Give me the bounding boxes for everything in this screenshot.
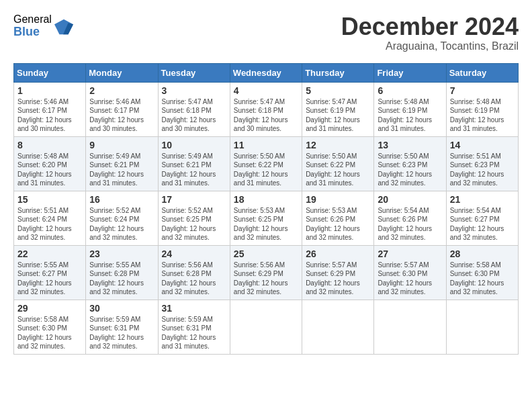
calendar-day-cell: 2Sunrise: 5:46 AMSunset: 6:17 PMDaylight… <box>86 82 158 136</box>
calendar-day-cell: 9Sunrise: 5:49 AMSunset: 6:21 PMDaylight… <box>86 136 158 191</box>
day-info: Sunrise: 5:51 AMSunset: 6:24 PMDaylight:… <box>17 206 82 242</box>
day-number: 22 <box>17 248 82 259</box>
calendar-day-cell: 24Sunrise: 5:56 AMSunset: 6:28 PMDayligh… <box>158 245 230 300</box>
day-info: Sunrise: 5:49 AMSunset: 6:21 PMDaylight:… <box>89 152 154 188</box>
logo: General Blue <box>13 13 73 38</box>
day-info: Sunrise: 5:55 AMSunset: 6:28 PMDaylight:… <box>89 261 154 297</box>
day-number: 13 <box>378 140 442 150</box>
day-info: Sunrise: 5:48 AMSunset: 6:19 PMDaylight:… <box>378 97 442 134</box>
weekday-header-thursday: Thursday <box>302 63 374 82</box>
calendar-day-cell: 15Sunrise: 5:51 AMSunset: 6:24 PMDayligh… <box>14 191 86 245</box>
calendar-day-cell: 18Sunrise: 5:53 AMSunset: 6:25 PMDayligh… <box>230 191 302 245</box>
day-number: 3 <box>162 85 226 96</box>
calendar-day-cell: 17Sunrise: 5:52 AMSunset: 6:25 PMDayligh… <box>158 191 230 245</box>
calendar-day-cell: 29Sunrise: 5:58 AMSunset: 6:30 PMDayligh… <box>14 300 86 354</box>
day-number: 24 <box>162 248 226 259</box>
calendar-day-cell: 25Sunrise: 5:56 AMSunset: 6:29 PMDayligh… <box>230 245 302 300</box>
day-number: 18 <box>234 194 298 205</box>
day-number: 29 <box>17 303 82 314</box>
weekday-header-saturday: Saturday <box>446 63 518 82</box>
day-info: Sunrise: 5:49 AMSunset: 6:21 PMDaylight:… <box>162 152 226 188</box>
day-info: Sunrise: 5:53 AMSunset: 6:26 PMDaylight:… <box>306 206 370 242</box>
weekday-header-sunday: Sunday <box>14 63 86 82</box>
day-number: 23 <box>89 248 154 259</box>
weekday-header-monday: Monday <box>86 63 158 82</box>
day-info: Sunrise: 5:50 AMSunset: 6:22 PMDaylight:… <box>306 152 370 188</box>
day-info: Sunrise: 5:50 AMSunset: 6:23 PMDaylight:… <box>378 152 442 188</box>
day-info: Sunrise: 5:54 AMSunset: 6:27 PMDaylight:… <box>450 206 515 242</box>
day-number: 28 <box>450 248 515 259</box>
logo-text: General Blue <box>13 13 52 38</box>
weekday-header-friday: Friday <box>374 63 446 82</box>
day-info: Sunrise: 5:59 AMSunset: 6:31 PMDaylight:… <box>89 315 154 351</box>
day-info: Sunrise: 5:52 AMSunset: 6:24 PMDaylight:… <box>89 206 154 242</box>
day-number: 2 <box>89 85 154 96</box>
day-info: Sunrise: 5:52 AMSunset: 6:25 PMDaylight:… <box>162 206 226 242</box>
calendar-day-cell: 22Sunrise: 5:55 AMSunset: 6:27 PMDayligh… <box>14 245 86 300</box>
day-number: 30 <box>89 303 154 314</box>
day-number: 9 <box>89 140 154 150</box>
calendar-day-cell: 21Sunrise: 5:54 AMSunset: 6:27 PMDayligh… <box>446 191 518 245</box>
title-section: December 2024 Araguaina, Tocantins, Braz… <box>341 13 519 52</box>
day-info: Sunrise: 5:46 AMSunset: 6:17 PMDaylight:… <box>89 97 154 134</box>
calendar-day-cell: 27Sunrise: 5:57 AMSunset: 6:30 PMDayligh… <box>374 245 446 300</box>
calendar-day-cell: 30Sunrise: 5:59 AMSunset: 6:31 PMDayligh… <box>86 300 158 354</box>
logo-icon <box>54 17 73 36</box>
day-info: Sunrise: 5:48 AMSunset: 6:19 PMDaylight:… <box>450 97 515 134</box>
calendar-day-cell: 16Sunrise: 5:52 AMSunset: 6:24 PMDayligh… <box>86 191 158 245</box>
calendar-day-cell: 11Sunrise: 5:50 AMSunset: 6:22 PMDayligh… <box>230 136 302 191</box>
day-number: 25 <box>234 248 298 259</box>
day-info: Sunrise: 5:47 AMSunset: 6:18 PMDaylight:… <box>234 97 298 134</box>
calendar-day-cell: 6Sunrise: 5:48 AMSunset: 6:19 PMDaylight… <box>374 82 446 136</box>
logo-general: General <box>13 13 52 26</box>
calendar-day-cell: 19Sunrise: 5:53 AMSunset: 6:26 PMDayligh… <box>302 191 374 245</box>
logo-blue: Blue <box>13 26 52 39</box>
day-info: Sunrise: 5:58 AMSunset: 6:30 PMDaylight:… <box>450 261 515 297</box>
calendar-day-cell: 20Sunrise: 5:54 AMSunset: 6:26 PMDayligh… <box>374 191 446 245</box>
day-info: Sunrise: 5:53 AMSunset: 6:25 PMDaylight:… <box>234 206 298 242</box>
day-number: 16 <box>89 194 154 205</box>
day-number: 20 <box>378 194 442 205</box>
calendar-day-cell: 12Sunrise: 5:50 AMSunset: 6:22 PMDayligh… <box>302 136 374 191</box>
calendar-day-cell <box>374 300 446 354</box>
day-number: 21 <box>450 194 515 205</box>
day-info: Sunrise: 5:48 AMSunset: 6:20 PMDaylight:… <box>17 152 82 188</box>
day-info: Sunrise: 5:55 AMSunset: 6:27 PMDaylight:… <box>17 261 82 297</box>
day-number: 1 <box>17 85 82 96</box>
calendar-day-cell <box>230 300 302 354</box>
day-number: 31 <box>162 303 226 314</box>
calendar-table: SundayMondayTuesdayWednesdayThursdayFrid… <box>13 63 519 355</box>
day-number: 11 <box>234 140 298 150</box>
calendar-week-row: 8Sunrise: 5:48 AMSunset: 6:20 PMDaylight… <box>14 136 519 191</box>
day-info: Sunrise: 5:56 AMSunset: 6:29 PMDaylight:… <box>234 261 298 297</box>
day-info: Sunrise: 5:57 AMSunset: 6:29 PMDaylight:… <box>306 261 370 297</box>
calendar-week-row: 29Sunrise: 5:58 AMSunset: 6:30 PMDayligh… <box>14 300 519 354</box>
day-info: Sunrise: 5:54 AMSunset: 6:26 PMDaylight:… <box>378 206 442 242</box>
calendar-day-cell <box>302 300 374 354</box>
day-number: 17 <box>162 194 226 205</box>
weekday-header-tuesday: Tuesday <box>158 63 230 82</box>
calendar-day-cell: 4Sunrise: 5:47 AMSunset: 6:18 PMDaylight… <box>230 82 302 136</box>
day-number: 4 <box>234 85 298 96</box>
calendar-week-row: 1Sunrise: 5:46 AMSunset: 6:17 PMDaylight… <box>14 82 519 136</box>
day-number: 14 <box>450 140 515 150</box>
header: General Blue December 2024 Araguaina, To… <box>13 13 519 52</box>
day-info: Sunrise: 5:47 AMSunset: 6:19 PMDaylight:… <box>306 97 370 134</box>
day-info: Sunrise: 5:47 AMSunset: 6:18 PMDaylight:… <box>162 97 226 134</box>
weekday-header-wednesday: Wednesday <box>230 63 302 82</box>
day-info: Sunrise: 5:57 AMSunset: 6:30 PMDaylight:… <box>378 261 442 297</box>
month-year-title: December 2024 <box>341 13 519 40</box>
calendar-day-cell: 31Sunrise: 5:59 AMSunset: 6:31 PMDayligh… <box>158 300 230 354</box>
calendar-day-cell: 3Sunrise: 5:47 AMSunset: 6:18 PMDaylight… <box>158 82 230 136</box>
day-number: 5 <box>306 85 370 96</box>
day-number: 6 <box>378 85 442 96</box>
calendar-day-cell: 23Sunrise: 5:55 AMSunset: 6:28 PMDayligh… <box>86 245 158 300</box>
day-number: 10 <box>162 140 226 150</box>
calendar-day-cell <box>446 300 518 354</box>
calendar-week-row: 22Sunrise: 5:55 AMSunset: 6:27 PMDayligh… <box>14 245 519 300</box>
calendar-day-cell: 26Sunrise: 5:57 AMSunset: 6:29 PMDayligh… <box>302 245 374 300</box>
day-info: Sunrise: 5:46 AMSunset: 6:17 PMDaylight:… <box>17 97 82 134</box>
day-info: Sunrise: 5:59 AMSunset: 6:31 PMDaylight:… <box>162 315 226 351</box>
day-info: Sunrise: 5:51 AMSunset: 6:23 PMDaylight:… <box>450 152 515 188</box>
calendar-day-cell: 7Sunrise: 5:48 AMSunset: 6:19 PMDaylight… <box>446 82 518 136</box>
